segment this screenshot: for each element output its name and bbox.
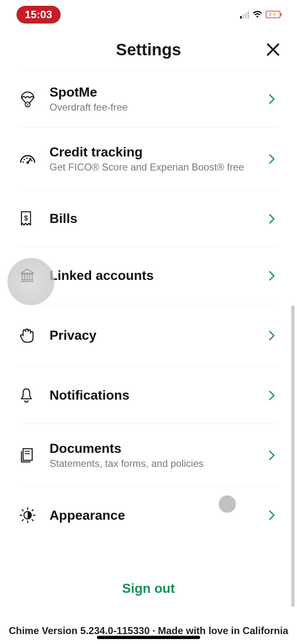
row-title: Credit tracking [50,144,266,160]
row-title: Privacy [50,328,266,343]
touch-indicator-icon [219,495,236,513]
chevron-right-icon [266,213,278,224]
row-appearance[interactable]: Appearance [19,487,278,544]
close-icon [266,43,280,57]
bell-icon [19,387,50,404]
status-time: 15:03 [16,6,61,24]
svg-rect-5 [23,449,32,460]
assistive-touch-icon[interactable] [7,258,54,305]
signout-container: Sign out [0,581,297,596]
row-subtitle: Get FICO® Score and Experian Boost® free [50,161,266,173]
row-privacy[interactable]: Privacy [19,304,278,367]
chevron-right-icon [266,154,278,164]
brightness-icon [19,507,50,524]
row-title: Linked accounts [50,268,266,283]
hand-icon [19,327,50,344]
row-bills[interactable]: $ Bills [19,190,278,247]
chevron-right-icon [266,270,278,281]
wifi-icon [252,10,262,19]
row-documents[interactable]: Documents Statements, tax forms, and pol… [19,424,278,487]
battery-icon: 2⚡ [266,11,280,18]
cellular-icon [240,10,249,19]
chevron-right-icon [266,450,278,461]
row-linked-accounts[interactable]: Linked accounts [19,247,278,304]
close-button[interactable] [265,41,281,58]
svg-line-14 [32,519,33,521]
status-icons: 2⚡ [240,10,280,19]
row-title: SpotMe [50,85,266,100]
svg-text:$: $ [26,103,28,107]
svg-text:$: $ [24,215,28,222]
row-title: Bills [50,211,266,226]
svg-line-15 [22,519,24,521]
svg-line-13 [22,509,24,511]
page-header: Settings [0,29,297,70]
row-title: Documents [50,441,266,456]
parachute-dollar-icon: $ [19,90,50,108]
document-stack-icon [19,447,50,464]
chevron-right-icon [266,510,278,521]
chevron-right-icon [266,94,278,104]
row-subtitle: Statements, tax forms, and policies [50,458,266,469]
chevron-right-icon [266,390,278,401]
svg-line-16 [32,509,33,511]
app-version: Chime Version 5.234.0-115330 · Made with… [0,625,297,637]
row-spotme[interactable]: $ SpotMe Overdraft fee-free [19,71,278,128]
row-notifications[interactable]: Notifications [19,367,278,424]
status-bar: 15:03 2⚡ [0,0,297,29]
row-credit-tracking[interactable]: Credit tracking Get FICO® Score and Expe… [19,128,278,190]
home-indicator[interactable] [97,636,200,639]
signout-button[interactable]: Sign out [122,581,175,596]
receipt-dollar-icon: $ [19,210,50,227]
gauge-icon [19,153,50,165]
page-title: Settings [116,40,181,59]
settings-list: $ SpotMe Overdraft fee-free Credit track… [19,70,278,544]
row-title: Notifications [50,388,266,403]
scroll-indicator[interactable] [291,305,295,607]
row-subtitle: Overdraft fee-free [50,102,266,113]
chevron-right-icon [266,330,278,341]
